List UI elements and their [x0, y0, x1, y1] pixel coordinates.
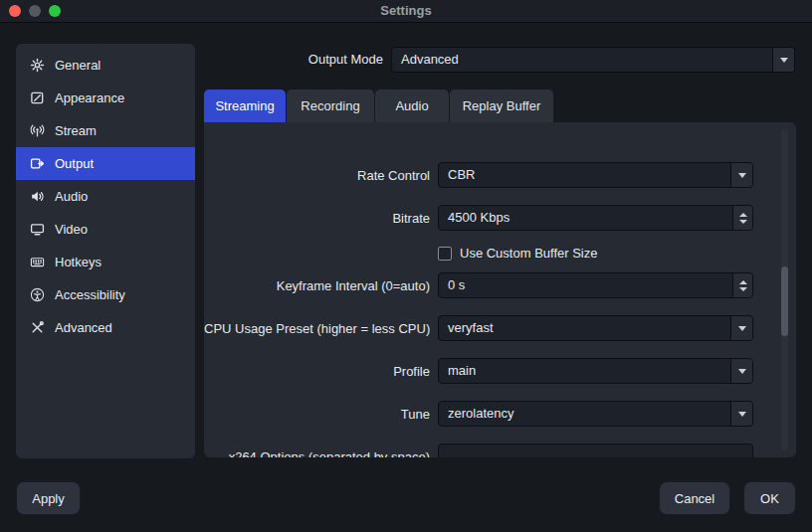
rate-control-select[interactable]: CBR: [438, 162, 753, 188]
bitrate-value: 4500 Kbps: [439, 206, 732, 230]
chevron-down-icon[interactable]: [730, 402, 752, 426]
titlebar: Settings: [0, 0, 812, 23]
settings-window: Settings General Appearance Stream Outp: [0, 0, 812, 532]
keyframe-interval-label: Keyframe Interval (0=auto): [204, 278, 430, 293]
stepper-arrows[interactable]: [732, 206, 752, 230]
keyframe-interval-stepper[interactable]: 0 s: [438, 272, 753, 298]
output-tabs: Streaming Recording Audio Replay Buffer: [204, 89, 554, 122]
custom-buffer-label[interactable]: Use Custom Buffer Size: [460, 246, 597, 261]
custom-buffer-checkbox[interactable]: [438, 247, 452, 261]
bitrate-stepper[interactable]: 4500 Kbps: [438, 205, 753, 231]
sidebar-item-stream[interactable]: Stream: [16, 114, 195, 147]
cpu-preset-row: CPU Usage Preset (higher = less CPU) ver…: [204, 315, 796, 341]
bitrate-row: Bitrate 4500 Kbps: [204, 205, 796, 231]
profile-label: Profile: [204, 364, 430, 379]
sidebar-item-advanced[interactable]: Advanced: [16, 311, 195, 344]
x264-options-input[interactable]: [438, 443, 753, 457]
sidebar-item-label: Stream: [55, 123, 97, 138]
decrement-icon[interactable]: [739, 287, 747, 291]
profile-row: Profile main: [204, 358, 796, 384]
sidebar-item-label: Audio: [55, 189, 88, 204]
x264-options-row: x264 Options (separated by space): [204, 443, 796, 457]
tune-value: zerolatency: [439, 402, 730, 426]
stream-icon: [29, 123, 45, 139]
sidebar-item-accessibility[interactable]: Accessibility: [16, 278, 195, 311]
rate-control-row: Rate Control CBR: [204, 162, 796, 188]
chevron-down-icon[interactable]: [772, 48, 794, 72]
sidebar-item-hotkeys[interactable]: Hotkeys: [16, 246, 195, 278]
sidebar-item-output[interactable]: Output: [16, 147, 195, 180]
sidebar-item-label: Advanced: [55, 320, 112, 335]
cancel-button[interactable]: Cancel: [659, 481, 730, 515]
chevron-down-icon[interactable]: [730, 316, 752, 340]
sidebar-item-appearance[interactable]: Appearance: [16, 82, 195, 114]
x264-options-label: x264 Options (separated by space): [204, 449, 430, 458]
tab-replay-buffer[interactable]: Replay Buffer: [450, 89, 553, 122]
output-mode-select[interactable]: Advanced: [391, 47, 795, 73]
rate-control-label: Rate Control: [204, 168, 430, 183]
audio-icon: [29, 189, 45, 205]
gear-icon: [29, 58, 45, 74]
tab-audio[interactable]: Audio: [375, 89, 449, 122]
accessibility-icon: [29, 287, 45, 303]
keyframe-interval-value: 0 s: [439, 273, 732, 297]
sidebar-item-label: Output: [55, 156, 94, 171]
sidebar-item-label: Accessibility: [55, 287, 125, 302]
apply-button[interactable]: Apply: [16, 481, 81, 515]
video-icon: [29, 222, 45, 238]
output-mode-value: Advanced: [392, 48, 772, 72]
tune-row: Tune zerolatency: [204, 401, 796, 427]
output-mode-label: Output Mode: [204, 47, 383, 73]
appearance-icon: [29, 90, 45, 106]
profile-value: main: [439, 359, 730, 383]
sidebar-item-audio[interactable]: Audio: [16, 180, 195, 213]
cpu-preset-value: veryfast: [439, 316, 730, 340]
output-icon: [29, 156, 45, 172]
bitrate-label: Bitrate: [204, 211, 430, 226]
sidebar-item-label: General: [55, 58, 101, 73]
tune-label: Tune: [204, 407, 430, 422]
chevron-down-icon[interactable]: [730, 163, 752, 187]
streaming-settings-panel: Rate Control CBR Bitrate 4500 Kbps Use C…: [204, 122, 796, 457]
hotkeys-icon: [29, 255, 45, 270]
sidebar-item-label: Hotkeys: [55, 255, 102, 269]
window-title: Settings: [0, 0, 812, 23]
rate-control-value: CBR: [439, 163, 730, 187]
sidebar-item-label: Video: [55, 222, 88, 237]
custom-buffer-row: Use Custom Buffer Size: [204, 246, 796, 261]
tune-select[interactable]: zerolatency: [438, 401, 753, 427]
settings-sidebar: General Appearance Stream Output Audio: [16, 44, 195, 458]
cpu-preset-select[interactable]: veryfast: [438, 315, 753, 341]
increment-icon[interactable]: [739, 280, 747, 284]
tab-streaming[interactable]: Streaming: [204, 89, 286, 122]
cpu-preset-label: CPU Usage Preset (higher = less CPU): [204, 321, 430, 336]
stepper-arrows[interactable]: [732, 273, 752, 297]
scrollbar-thumb[interactable]: [781, 266, 788, 336]
tab-recording[interactable]: Recording: [287, 89, 374, 122]
sidebar-item-general[interactable]: General: [16, 49, 195, 82]
keyframe-interval-row: Keyframe Interval (0=auto) 0 s: [204, 272, 796, 298]
decrement-icon[interactable]: [739, 220, 747, 224]
chevron-down-icon[interactable]: [730, 359, 752, 383]
sidebar-item-label: Appearance: [55, 90, 124, 105]
advanced-icon: [29, 320, 45, 336]
ok-button[interactable]: OK: [743, 481, 796, 515]
sidebar-item-video[interactable]: Video: [16, 213, 195, 246]
increment-icon[interactable]: [739, 213, 747, 217]
profile-select[interactable]: main: [438, 358, 753, 384]
